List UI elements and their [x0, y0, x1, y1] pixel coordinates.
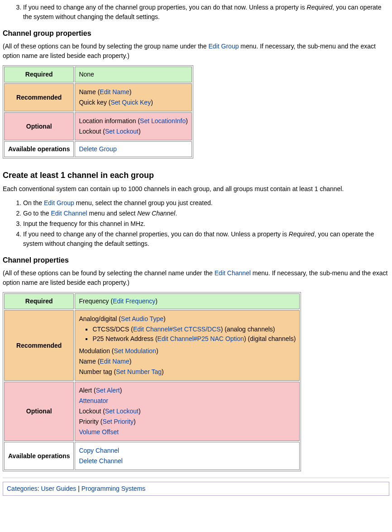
edit-group-link[interactable]: Edit Group: [209, 43, 239, 50]
delete-channel-link[interactable]: Delete Channel: [79, 457, 123, 465]
set-ctcss-dcs-link[interactable]: Edit Channel#Set CTCSS/DCS: [133, 326, 221, 333]
row-label-operations: Available operations: [4, 442, 74, 470]
list-item: If you need to change any of the channel…: [23, 230, 389, 249]
row-label-optional: Optional: [4, 112, 74, 140]
category-programming-systems-link[interactable]: Programming Systems: [81, 485, 146, 492]
create-channel-steps: On the Edit Group menu, select the chann…: [3, 198, 389, 249]
row-content-required: Frequency (Edit Frequency): [75, 293, 300, 309]
row-label-required: Required: [4, 67, 74, 82]
create-channel-heading: Create at least 1 channel in each group: [3, 169, 389, 182]
row-content-recommended: Name (Edit Name) Quick key (Set Quick Ke…: [75, 83, 192, 111]
set-priority-link[interactable]: Set Priority: [103, 418, 134, 425]
list-item: Input the frequency for this channel in …: [23, 219, 389, 229]
table-row: Required None: [4, 67, 192, 82]
table-row: Optional Alert (Set Alert) Attenuator Lo…: [4, 382, 300, 441]
step-3: If you need to change any of the channel…: [23, 3, 389, 22]
list-item: CTCSS/DCS (Edit Channel#Set CTCSS/DCS) (…: [92, 325, 296, 334]
set-audio-type-link[interactable]: Set Audio Type: [121, 315, 163, 322]
set-lockout-link[interactable]: Set Lockout: [105, 407, 139, 415]
set-quick-key-link[interactable]: Set Quick Key: [110, 99, 151, 106]
channel-group-properties-heading: Channel group properties: [3, 28, 389, 39]
p25-nac-option-link[interactable]: Edit Channel#P25 NAC Option: [158, 335, 244, 342]
list-item: On the Edit Group menu, select the chann…: [23, 198, 389, 208]
volume-offset-link[interactable]: Volume Offset: [79, 428, 119, 436]
row-label-recommended: Recommended: [4, 83, 74, 111]
table-row: Available operations Delete Group: [4, 141, 192, 157]
table-row: Available operations Copy Channel Delete…: [4, 442, 300, 470]
categories-box: Categories: User Guides | Programming Sy…: [3, 482, 389, 496]
divider: [3, 478, 389, 478]
category-user-guides-link[interactable]: User Guides: [41, 485, 76, 492]
row-content-required: None: [75, 67, 192, 82]
edit-group-link[interactable]: Edit Group: [44, 199, 74, 206]
categories-link[interactable]: Categories: [7, 485, 38, 492]
edit-name-link[interactable]: Edit Name: [100, 358, 129, 365]
set-number-tag-link[interactable]: Set Number Tag: [116, 368, 162, 375]
list-item: Go to the Edit Channel menu and select N…: [23, 209, 389, 218]
channel-properties-table: Required Frequency (Edit Frequency) Reco…: [3, 292, 301, 471]
row-content-optional: Location information (Set LocationInfo) …: [75, 112, 192, 140]
table-row: Recommended Name (Edit Name) Quick key (…: [4, 83, 192, 111]
list-item: P25 Network Address (Edit Channel#P25 NA…: [92, 334, 296, 344]
set-alert-link[interactable]: Set Alert: [96, 387, 120, 394]
row-content-optional: Alert (Set Alert) Attenuator Lockout (Se…: [75, 382, 300, 441]
row-content-recommended: Analog/digital (Set Audio Type) CTCSS/DC…: [75, 310, 300, 381]
channel-properties-intro: (All of these options can be found by se…: [3, 268, 389, 288]
edit-frequency-link[interactable]: Edit Frequency: [113, 297, 155, 305]
table-row: Recommended Analog/digital (Set Audio Ty…: [4, 310, 300, 381]
create-channel-intro: Each conventional system can contain up …: [3, 184, 389, 194]
set-lockout-link[interactable]: Set Lockout: [105, 128, 139, 135]
delete-group-link[interactable]: Delete Group: [79, 145, 116, 153]
attenuator-link[interactable]: Attenuator: [79, 397, 108, 404]
row-content-operations: Copy Channel Delete Channel: [75, 442, 300, 470]
edit-channel-link[interactable]: Edit Channel: [51, 210, 87, 217]
row-content-operations: Delete Group: [75, 141, 192, 157]
row-label-required: Required: [4, 293, 74, 309]
row-label-optional: Optional: [4, 382, 74, 441]
set-modulation-link[interactable]: Set Modulation: [114, 347, 156, 355]
channel-group-properties-intro: (All of these options can be found by se…: [3, 42, 389, 61]
edit-channel-link[interactable]: Edit Channel: [215, 269, 251, 277]
table-row: Optional Location information (Set Locat…: [4, 112, 192, 140]
row-label-recommended: Recommended: [4, 310, 74, 381]
set-location-info-link[interactable]: Set LocationInfo: [140, 117, 186, 125]
table-row: Required Frequency (Edit Frequency): [4, 293, 300, 309]
row-label-operations: Available operations: [4, 141, 74, 157]
audio-type-sublist: CTCSS/DCS (Edit Channel#Set CTCSS/DCS) (…: [79, 325, 296, 344]
channel-group-properties-table: Required None Recommended Name (Edit Nam…: [3, 65, 193, 158]
copy-channel-link[interactable]: Copy Channel: [79, 447, 119, 454]
edit-name-link[interactable]: Edit Name: [100, 88, 129, 96]
channel-properties-heading: Channel properties: [3, 255, 389, 266]
group-setup-steps-continued: If you need to change any of the channel…: [3, 3, 389, 22]
